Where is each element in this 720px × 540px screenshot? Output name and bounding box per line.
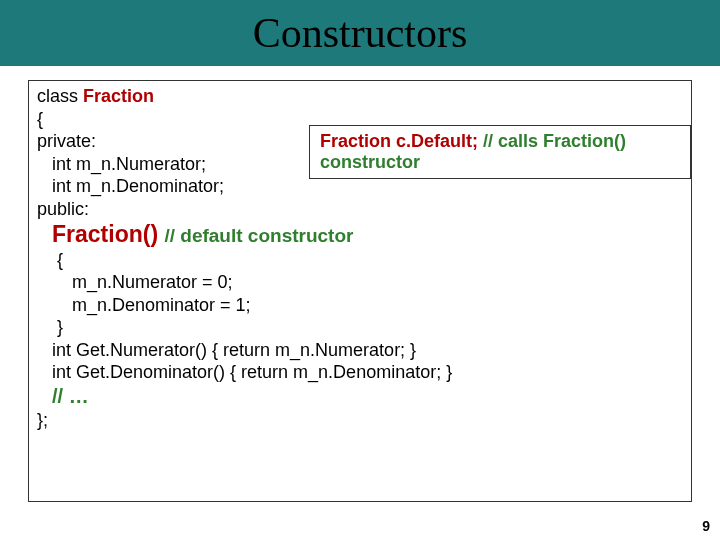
- code-box: class Fraction { private: int m_n.Numera…: [28, 80, 692, 502]
- callout-code: Fraction c.Default;: [320, 131, 483, 151]
- callout-box: Fraction c.Default; // calls Fraction() …: [309, 125, 691, 179]
- slide-title: Constructors: [253, 9, 468, 57]
- title-bar: Constructors: [0, 0, 720, 66]
- page-number: 9: [702, 518, 710, 534]
